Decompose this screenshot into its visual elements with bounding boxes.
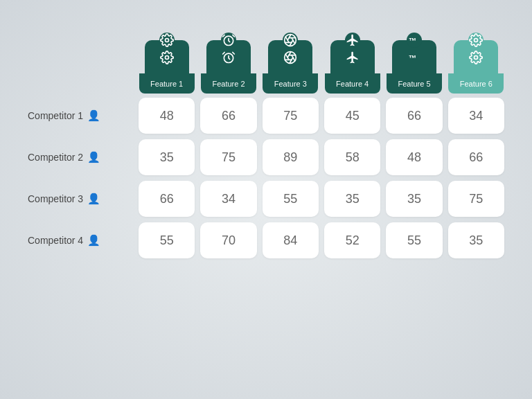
- cell-r2-c6: 66: [448, 139, 504, 175]
- feature-header-2: Feature 2: [200, 40, 256, 94]
- comparison-table: Feature 1 Feature 2: [28, 40, 504, 378]
- feature-icon-svg-1: [160, 51, 174, 67]
- feature-notch-3: [283, 33, 298, 48]
- feature-icon-top-5: ™ ™: [392, 40, 436, 73]
- cell-r1-c2: 66: [200, 98, 256, 134]
- cell-r4-c4: 52: [324, 222, 380, 258]
- svg-text:™: ™: [409, 53, 417, 62]
- competitor-row-1: Competitor 1 👤 486675456634: [28, 98, 504, 134]
- competitor-label-3: Competitor 3 👤: [28, 193, 139, 205]
- feature-icon-top-6: [454, 40, 498, 73]
- cell-r3-c6: 75: [448, 181, 504, 217]
- competitor-cells-2: 357589584866: [139, 139, 504, 175]
- feature-header-6: Feature 6: [448, 40, 504, 94]
- competitor-name-2: Competitor 2: [28, 152, 83, 163]
- competitor-cells-1: 486675456634: [139, 98, 504, 134]
- feature-notch-6: [468, 33, 484, 48]
- feature-notch-4: [345, 33, 360, 48]
- competitor-name-4: Competitor 4: [28, 235, 83, 246]
- feature-card-5: ™ ™ Feature 5: [387, 40, 442, 94]
- feature-notch-1: [159, 33, 175, 48]
- person-icon-2: 👤: [87, 151, 100, 163]
- svg-point-1: [165, 56, 168, 60]
- svg-point-0: [165, 39, 168, 42]
- feature-label-2: Feature 2: [201, 73, 256, 94]
- cell-r2-c4: 58: [324, 139, 380, 175]
- competitor-label-2: Competitor 2 👤: [28, 151, 139, 163]
- feature-card-1: Feature 1: [139, 40, 195, 94]
- cell-r1-c3: 75: [263, 98, 319, 134]
- feature-label-4: Feature 4: [325, 73, 380, 94]
- feature-headers: Feature 1 Feature 2: [139, 40, 504, 94]
- feature-header-5: ™ ™ Feature 5: [386, 40, 442, 94]
- person-icon-1: 👤: [87, 109, 100, 122]
- feature-icon-top-1: [145, 40, 189, 73]
- feature-label-3: Feature 3: [263, 73, 318, 94]
- cell-r4-c3: 84: [263, 222, 319, 258]
- cell-r1-c4: 45: [324, 98, 380, 134]
- cell-r4-c6: 35: [448, 222, 504, 258]
- cell-r4-c1: 55: [139, 222, 195, 258]
- cell-r2-c2: 75: [200, 139, 256, 175]
- competitor-row-4: Competitor 4 👤 557084525535: [28, 222, 504, 258]
- feature-icon-top-4: [330, 40, 375, 73]
- competitor-label-4: Competitor 4 👤: [28, 234, 139, 247]
- cell-r4-c5: 55: [386, 222, 442, 258]
- feature-label-5: Feature 5: [387, 73, 442, 94]
- cell-r1-c6: 34: [448, 98, 504, 134]
- feature-icon-svg-4: [346, 51, 360, 67]
- cell-r3-c5: 35: [386, 181, 442, 217]
- feature-notch-5: ™: [407, 33, 422, 48]
- feature-header-4: Feature 4: [324, 40, 380, 94]
- feature-icon-top-2: [206, 40, 251, 73]
- competitor-label-1: Competitor 1 👤: [28, 109, 139, 122]
- cell-r4-c2: 70: [200, 222, 256, 258]
- person-icon-4: 👤: [87, 234, 100, 247]
- competitor-cells-4: 557084525535: [139, 222, 504, 258]
- cell-r2-c3: 89: [263, 139, 319, 175]
- feature-header-1: Feature 1: [139, 40, 195, 94]
- feature-card-4: Feature 4: [325, 40, 380, 94]
- feature-label-6: Feature 6: [448, 73, 504, 94]
- feature-card-6: Feature 6: [448, 40, 504, 94]
- cell-r3-c1: 66: [139, 181, 195, 217]
- cell-r3-c2: 34: [200, 181, 256, 217]
- feature-header-3: Feature 3: [263, 40, 319, 94]
- feature-card-2: Feature 2: [201, 40, 256, 94]
- feature-icon-top-3: [268, 40, 312, 73]
- competitor-row-3: Competitor 3 👤 663455353575: [28, 181, 504, 217]
- person-icon-3: 👤: [87, 193, 100, 205]
- svg-text:™: ™: [409, 36, 417, 45]
- competitor-row-2: Competitor 2 👤 357589584866: [28, 139, 504, 175]
- competitor-cells-3: 663455353575: [139, 181, 504, 217]
- feature-icon-svg-3: [283, 51, 297, 67]
- feature-notch-2: [221, 33, 236, 48]
- cell-r2-c1: 35: [139, 139, 195, 175]
- feature-icon-svg-6: [469, 51, 483, 67]
- competitor-name-3: Competitor 3: [28, 193, 83, 204]
- data-rows: Competitor 1 👤 486675456634 Competitor 2…: [28, 98, 504, 264]
- cell-r1-c1: 48: [139, 98, 195, 134]
- feature-card-3: Feature 3: [263, 40, 318, 94]
- competitor-name-1: Competitor 1: [28, 110, 83, 121]
- cell-r3-c3: 55: [263, 181, 319, 217]
- cell-r3-c4: 35: [324, 181, 380, 217]
- cell-r2-c5: 48: [386, 139, 442, 175]
- feature-icon-svg-2: [222, 51, 236, 67]
- svg-point-21: [475, 56, 478, 60]
- cell-r1-c5: 66: [386, 98, 442, 134]
- feature-label-1: Feature 1: [139, 73, 195, 94]
- header-row: Feature 1 Feature 2: [28, 40, 504, 94]
- feature-icon-svg-5: ™: [407, 51, 421, 67]
- svg-point-20: [475, 39, 478, 42]
